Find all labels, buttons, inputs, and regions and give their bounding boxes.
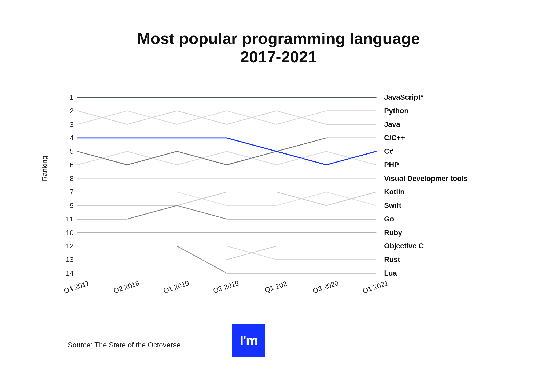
series-label: Go	[384, 215, 394, 223]
series-label: JavaScript*	[384, 93, 424, 101]
series-line	[77, 205, 376, 219]
series-label: C#	[384, 147, 393, 155]
logo-badge: I'm	[232, 324, 265, 357]
series-label: PHP	[384, 161, 399, 169]
y-tick-label: 1	[70, 93, 74, 101]
series-label: Java	[384, 120, 400, 128]
y-tick-label: 4	[70, 134, 74, 142]
title-line-1: Most popular programming language	[137, 30, 420, 47]
series-label: Python	[384, 107, 409, 115]
x-tick-label: Q1 2021	[361, 279, 389, 295]
series-label: C/C++	[384, 134, 405, 142]
logo-text: I'm	[240, 332, 257, 348]
series-label: Swift	[384, 201, 401, 209]
x-tick-label: Q3 2019	[212, 279, 240, 295]
series-line	[77, 111, 376, 124]
y-axis-label: Ranking	[41, 156, 49, 181]
series-line	[77, 192, 376, 205]
y-tick-label: 8	[70, 175, 74, 183]
series-line	[77, 111, 376, 124]
bump-chart-svg: 1234568791110121314JavaScript*PythonJava…	[61, 92, 499, 300]
y-tick-label: 13	[66, 256, 74, 264]
series-line	[77, 192, 376, 205]
x-tick-label: Q2 2018	[113, 279, 140, 295]
chart-area: 1234568791110121314JavaScript*PythonJava…	[61, 92, 499, 300]
y-tick-label: 11	[66, 215, 74, 223]
x-tick-label: Q1 202	[264, 280, 288, 294]
y-tick-label: 5	[70, 147, 74, 155]
series-label: Visual Developmer tools	[384, 175, 468, 183]
y-tick-label: 10	[66, 229, 74, 237]
y-tick-label: 12	[66, 242, 74, 250]
y-tick-label: 9	[70, 201, 74, 209]
chart-title: Most popular programming language 2017-2…	[0, 29, 557, 66]
page: Most popular programming language 2017-2…	[0, 0, 557, 392]
series-line	[227, 246, 376, 260]
x-tick-label: Q3 2020	[312, 279, 339, 295]
x-tick-label: Q1 2019	[162, 279, 190, 295]
source-text: Source: The State of the Octoverse	[68, 341, 181, 349]
x-tick-label: Q4 2017	[63, 279, 90, 295]
series-label: Ruby	[384, 229, 402, 237]
series-label: Objective C	[384, 242, 424, 250]
y-tick-label: 7	[70, 188, 74, 196]
y-tick-label: 6	[70, 161, 74, 169]
y-tick-label: 2	[70, 107, 74, 115]
series-label: Kotlin	[384, 188, 404, 196]
title-line-2: 2017-2021	[240, 48, 317, 66]
series-label: Lua	[384, 269, 397, 277]
series-label: Rust	[384, 256, 400, 264]
series-line	[227, 246, 376, 260]
y-tick-label: 14	[66, 269, 74, 277]
y-tick-label: 3	[70, 120, 74, 128]
series-line	[77, 151, 376, 165]
